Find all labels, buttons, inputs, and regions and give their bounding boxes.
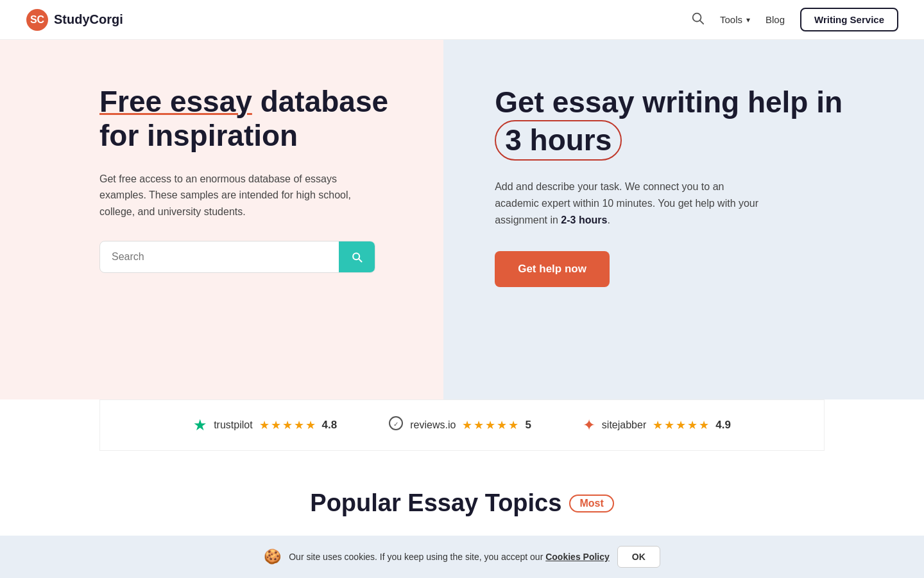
rating-sitejabber: ✦ sitejabber ★ ★ ★ ★ ★ 4.9 xyxy=(583,416,731,434)
tools-menu[interactable]: Tools ▾ xyxy=(720,14,750,25)
svg-text:SC: SC xyxy=(30,14,45,25)
star-5: ★ xyxy=(699,418,709,432)
desc-part1: Add and describe your task. We connect y… xyxy=(495,181,758,225)
hero-heading-link[interactable]: Free essay xyxy=(99,85,252,118)
ratings-bar: ★ trustpilot ★ ★ ★ ★ ★ 4.8 ✓ reviews.io … xyxy=(99,399,825,451)
rating-reviews: ✓ reviews.io ★ ★ ★ ★ ★ 5 xyxy=(388,416,531,435)
hero-section: Free essay database for inspiration Get … xyxy=(0,40,924,399)
hero-left-heading: Free essay database for inspiration xyxy=(99,85,405,153)
rating-trustpilot: ★ trustpilot ★ ★ ★ ★ ★ 4.8 xyxy=(193,416,337,434)
popular-section: Popular Essay Topics Most xyxy=(0,451,924,530)
reviews-name: reviews.io xyxy=(410,419,456,431)
search-bar xyxy=(99,241,375,273)
hero-right-description: Add and describe your task. We connect y… xyxy=(495,179,771,228)
star-4: ★ xyxy=(294,418,304,432)
hero-right-heading-part1: Get essay writing help in xyxy=(495,85,843,119)
nav-right: Tools ▾ Blog Writing Service xyxy=(690,8,898,31)
search-input[interactable] xyxy=(100,242,339,272)
tools-chevron-icon: ▾ xyxy=(746,15,750,24)
navbar: SC StudyCorgi Tools ▾ Blog Writing Servi… xyxy=(0,0,924,40)
search-button[interactable] xyxy=(339,241,375,272)
trustpilot-stars: ★ ★ ★ ★ ★ xyxy=(259,418,316,432)
star-4: ★ xyxy=(687,418,697,432)
trustpilot-score: 4.8 xyxy=(322,419,338,432)
trustpilot-name: trustpilot xyxy=(214,419,252,431)
star-5: ★ xyxy=(508,418,518,432)
desc-part2: . xyxy=(607,215,610,225)
logo-link[interactable]: SC StudyCorgi xyxy=(26,8,123,31)
sitejabber-score: 4.9 xyxy=(715,419,731,432)
blog-link[interactable]: Blog xyxy=(766,14,785,25)
star-1: ★ xyxy=(462,418,472,432)
star-1: ★ xyxy=(259,418,270,432)
star-2: ★ xyxy=(271,418,281,432)
reviews-score: 5 xyxy=(525,419,531,432)
star-3: ★ xyxy=(282,418,293,432)
writing-service-button[interactable]: Writing Service xyxy=(800,8,898,31)
search-icon[interactable] xyxy=(690,11,705,28)
reviews-icon: ✓ xyxy=(388,416,404,435)
hero-right: Get essay writing help in 3 hours Add an… xyxy=(443,40,924,399)
star-3: ★ xyxy=(485,418,495,432)
hours-highlight: 3 hours xyxy=(495,120,622,161)
star-3: ★ xyxy=(676,418,686,432)
hero-left-description: Get free access to an enormous database … xyxy=(99,171,369,220)
desc-bold: 2-3 hours xyxy=(561,215,607,225)
trustpilot-icon: ★ xyxy=(193,416,207,434)
star-2: ★ xyxy=(664,418,674,432)
svg-text:✓: ✓ xyxy=(393,421,398,428)
reviews-stars: ★ ★ ★ ★ ★ xyxy=(462,418,518,432)
star-2: ★ xyxy=(474,418,484,432)
sitejabber-icon: ✦ xyxy=(583,416,595,434)
star-1: ★ xyxy=(653,418,663,432)
get-help-button[interactable]: Get help now xyxy=(495,251,610,287)
star-4: ★ xyxy=(497,418,507,432)
svg-line-3 xyxy=(700,21,703,24)
sitejabber-stars: ★ ★ ★ ★ ★ xyxy=(653,418,709,432)
most-badge: Most xyxy=(569,495,613,512)
tools-label: Tools xyxy=(720,14,742,25)
hero-right-heading: Get essay writing help in 3 hours xyxy=(495,85,886,161)
star-5: ★ xyxy=(305,418,316,432)
logo-text: StudyCorgi xyxy=(54,12,123,27)
hero-left: Free essay database for inspiration Get … xyxy=(0,40,443,399)
popular-heading: Popular Essay Topics Most xyxy=(310,489,613,517)
popular-heading-text: Popular Essay Topics xyxy=(310,489,561,517)
sitejabber-name: sitejabber xyxy=(602,419,646,431)
